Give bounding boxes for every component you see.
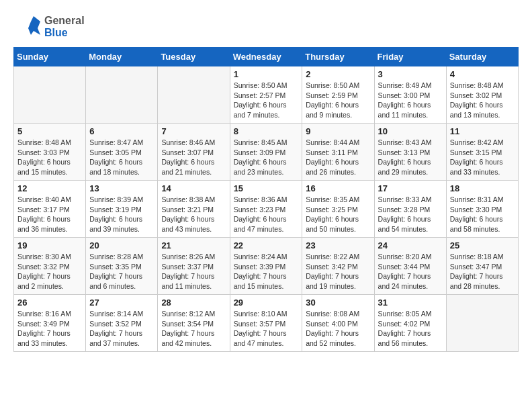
- header: General Blue: [13, 13, 519, 40]
- day-info: Sunrise: 8:50 AM Sunset: 2:57 PM Dayligh…: [234, 81, 299, 120]
- calendar-cell: 28Sunrise: 8:12 AM Sunset: 3:54 PM Dayli…: [158, 295, 230, 352]
- day-number: 3: [378, 69, 443, 79]
- day-info: Sunrise: 8:31 AM Sunset: 3:30 PM Dayligh…: [450, 195, 515, 234]
- day-info: Sunrise: 8:08 AM Sunset: 4:00 PM Dayligh…: [306, 309, 370, 349]
- day-info: Sunrise: 8:18 AM Sunset: 3:47 PM Dayligh…: [450, 252, 515, 291]
- day-info: Sunrise: 8:12 AM Sunset: 3:54 PM Dayligh…: [161, 309, 226, 349]
- day-info: Sunrise: 8:22 AM Sunset: 3:42 PM Dayligh…: [306, 252, 370, 291]
- calendar-cell: [14, 66, 86, 124]
- day-number: 20: [89, 240, 154, 250]
- day-number: 1: [234, 69, 299, 79]
- day-info: Sunrise: 8:39 AM Sunset: 3:19 PM Dayligh…: [89, 195, 154, 234]
- calendar-cell: 30Sunrise: 8:08 AM Sunset: 4:00 PM Dayli…: [302, 295, 374, 352]
- calendar-cell: 21Sunrise: 8:26 AM Sunset: 3:37 PM Dayli…: [158, 238, 230, 295]
- calendar-cell: 7Sunrise: 8:46 AM Sunset: 3:07 PM Daylig…: [158, 124, 230, 181]
- calendar-table: SundayMondayTuesdayWednesdayThursdayFrid…: [13, 47, 519, 352]
- calendar-cell: 20Sunrise: 8:28 AM Sunset: 3:35 PM Dayli…: [86, 238, 158, 295]
- day-info: Sunrise: 8:24 AM Sunset: 3:39 PM Dayligh…: [234, 252, 299, 291]
- day-number: 16: [306, 183, 370, 193]
- day-info: Sunrise: 8:42 AM Sunset: 3:15 PM Dayligh…: [450, 138, 515, 177]
- calendar-cell: [158, 66, 230, 124]
- day-info: Sunrise: 8:20 AM Sunset: 3:44 PM Dayligh…: [378, 252, 443, 291]
- day-info: Sunrise: 8:47 AM Sunset: 3:05 PM Dayligh…: [89, 138, 154, 177]
- weekday-header: Saturday: [446, 48, 518, 66]
- calendar-cell: 19Sunrise: 8:30 AM Sunset: 3:32 PM Dayli…: [14, 238, 86, 295]
- weekday-header: Thursday: [302, 48, 374, 66]
- day-number: 14: [161, 183, 226, 193]
- calendar-cell: 23Sunrise: 8:22 AM Sunset: 3:42 PM Dayli…: [302, 238, 374, 295]
- day-info: Sunrise: 8:43 AM Sunset: 3:13 PM Dayligh…: [378, 138, 443, 177]
- calendar-cell: 11Sunrise: 8:42 AM Sunset: 3:15 PM Dayli…: [446, 124, 518, 181]
- calendar-cell: 9Sunrise: 8:44 AM Sunset: 3:11 PM Daylig…: [302, 124, 374, 181]
- week-row: 19Sunrise: 8:30 AM Sunset: 3:32 PM Dayli…: [14, 238, 519, 295]
- day-number: 24: [378, 240, 443, 250]
- calendar-cell: 26Sunrise: 8:16 AM Sunset: 3:49 PM Dayli…: [14, 295, 86, 352]
- day-info: Sunrise: 8:33 AM Sunset: 3:28 PM Dayligh…: [378, 195, 443, 234]
- logo-text: General Blue: [44, 15, 85, 39]
- weekday-header: Monday: [86, 48, 158, 66]
- week-row: 26Sunrise: 8:16 AM Sunset: 3:49 PM Dayli…: [14, 295, 519, 352]
- day-number: 13: [89, 183, 154, 193]
- day-number: 17: [378, 183, 443, 193]
- week-row: 12Sunrise: 8:40 AM Sunset: 3:17 PM Dayli…: [14, 181, 519, 238]
- calendar-cell: [446, 295, 518, 352]
- day-number: 8: [234, 126, 299, 136]
- calendar-cell: 15Sunrise: 8:36 AM Sunset: 3:23 PM Dayli…: [230, 181, 302, 238]
- day-number: 5: [17, 126, 82, 136]
- svg-marker-0: [28, 16, 40, 35]
- day-info: Sunrise: 8:14 AM Sunset: 3:52 PM Dayligh…: [89, 309, 154, 349]
- day-info: Sunrise: 8:50 AM Sunset: 2:59 PM Dayligh…: [306, 81, 370, 120]
- day-info: Sunrise: 8:26 AM Sunset: 3:37 PM Dayligh…: [161, 252, 226, 291]
- day-number: 12: [17, 183, 82, 193]
- calendar-cell: 17Sunrise: 8:33 AM Sunset: 3:28 PM Dayli…: [374, 181, 446, 238]
- day-info: Sunrise: 8:44 AM Sunset: 3:11 PM Dayligh…: [306, 138, 370, 177]
- calendar-cell: 25Sunrise: 8:18 AM Sunset: 3:47 PM Dayli…: [446, 238, 518, 295]
- day-info: Sunrise: 8:46 AM Sunset: 3:07 PM Dayligh…: [161, 138, 226, 177]
- day-number: 11: [450, 126, 515, 136]
- calendar-cell: 4Sunrise: 8:48 AM Sunset: 3:02 PM Daylig…: [446, 66, 518, 124]
- weekday-header: Sunday: [14, 48, 86, 66]
- week-row: 1Sunrise: 8:50 AM Sunset: 2:57 PM Daylig…: [14, 66, 519, 124]
- day-number: 2: [306, 69, 370, 79]
- day-number: 30: [306, 298, 370, 308]
- calendar-cell: 24Sunrise: 8:20 AM Sunset: 3:44 PM Dayli…: [374, 238, 446, 295]
- day-number: 23: [306, 240, 370, 250]
- calendar-cell: 27Sunrise: 8:14 AM Sunset: 3:52 PM Dayli…: [86, 295, 158, 352]
- day-number: 31: [378, 298, 443, 308]
- week-row: 5Sunrise: 8:48 AM Sunset: 3:03 PM Daylig…: [14, 124, 519, 181]
- calendar-cell: 16Sunrise: 8:35 AM Sunset: 3:25 PM Dayli…: [302, 181, 374, 238]
- logo: General Blue: [13, 13, 85, 40]
- calendar-cell: 12Sunrise: 8:40 AM Sunset: 3:17 PM Dayli…: [14, 181, 86, 238]
- day-info: Sunrise: 8:40 AM Sunset: 3:17 PM Dayligh…: [17, 195, 82, 234]
- calendar-cell: [86, 66, 158, 124]
- weekday-header: Tuesday: [158, 48, 230, 66]
- day-info: Sunrise: 8:36 AM Sunset: 3:23 PM Dayligh…: [234, 195, 299, 234]
- day-info: Sunrise: 8:35 AM Sunset: 3:25 PM Dayligh…: [306, 195, 370, 234]
- day-info: Sunrise: 8:48 AM Sunset: 3:02 PM Dayligh…: [450, 81, 515, 120]
- calendar-cell: 2Sunrise: 8:50 AM Sunset: 2:59 PM Daylig…: [302, 66, 374, 124]
- day-info: Sunrise: 8:05 AM Sunset: 4:02 PM Dayligh…: [378, 309, 443, 349]
- weekday-header: Wednesday: [230, 48, 302, 66]
- logo-svg: [13, 13, 40, 40]
- calendar-cell: 5Sunrise: 8:48 AM Sunset: 3:03 PM Daylig…: [14, 124, 86, 181]
- weekday-header-row: SundayMondayTuesdayWednesdayThursdayFrid…: [14, 48, 519, 66]
- calendar-cell: 22Sunrise: 8:24 AM Sunset: 3:39 PM Dayli…: [230, 238, 302, 295]
- calendar-cell: 29Sunrise: 8:10 AM Sunset: 3:57 PM Dayli…: [230, 295, 302, 352]
- day-number: 29: [234, 298, 299, 308]
- day-number: 25: [450, 240, 515, 250]
- day-number: 22: [234, 240, 299, 250]
- day-number: 4: [450, 69, 515, 79]
- calendar-cell: 18Sunrise: 8:31 AM Sunset: 3:30 PM Dayli…: [446, 181, 518, 238]
- day-number: 21: [161, 240, 226, 250]
- day-info: Sunrise: 8:48 AM Sunset: 3:03 PM Dayligh…: [17, 138, 82, 177]
- weekday-header: Friday: [374, 48, 446, 66]
- calendar-cell: 14Sunrise: 8:38 AM Sunset: 3:21 PM Dayli…: [158, 181, 230, 238]
- day-info: Sunrise: 8:45 AM Sunset: 3:09 PM Dayligh…: [234, 138, 299, 177]
- calendar-cell: 10Sunrise: 8:43 AM Sunset: 3:13 PM Dayli…: [374, 124, 446, 181]
- day-info: Sunrise: 8:28 AM Sunset: 3:35 PM Dayligh…: [89, 252, 154, 291]
- day-number: 19: [17, 240, 82, 250]
- calendar-cell: 8Sunrise: 8:45 AM Sunset: 3:09 PM Daylig…: [230, 124, 302, 181]
- calendar-cell: 1Sunrise: 8:50 AM Sunset: 2:57 PM Daylig…: [230, 66, 302, 124]
- day-number: 27: [89, 298, 154, 308]
- day-info: Sunrise: 8:10 AM Sunset: 3:57 PM Dayligh…: [234, 309, 299, 349]
